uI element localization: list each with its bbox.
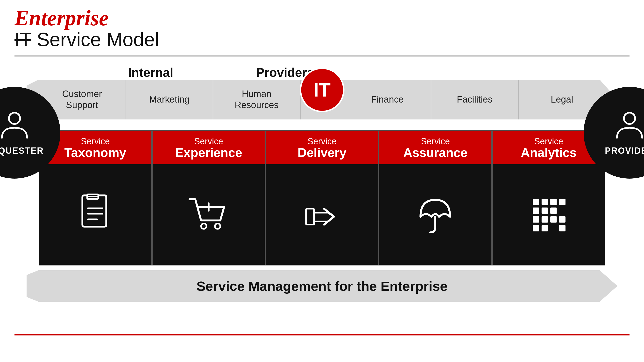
provider-person-icon — [614, 110, 644, 141]
service-taxonomy-body — [39, 164, 151, 265]
service-blocks-row: Service Taxonomy Service Experience — [39, 130, 605, 266]
service-assurance-top: Service — [421, 137, 450, 146]
delivery-icon — [302, 195, 342, 235]
svg-rect-13 — [550, 207, 556, 214]
svg-rect-7 — [533, 199, 539, 205]
it-circle: IT — [300, 67, 344, 112]
page-title: IT Service Model — [14, 29, 159, 50]
cart-icon — [188, 194, 230, 236]
it-strikethrough: IT — [14, 29, 32, 50]
service-experience-block: Service Experience — [152, 130, 265, 266]
svg-rect-20 — [559, 225, 565, 231]
svg-rect-17 — [559, 216, 565, 223]
svg-rect-15 — [542, 216, 548, 223]
requester-label: REQUESTER — [0, 146, 44, 156]
service-delivery-block: Service Delivery — [266, 130, 378, 266]
svg-rect-8 — [542, 199, 548, 205]
dept-facilities: Facilities — [431, 80, 519, 119]
service-delivery-header: Service Delivery — [266, 131, 378, 164]
analytics-icon — [529, 195, 569, 235]
service-management-label: Service Management for the Enterprise — [196, 278, 448, 294]
svg-rect-18 — [533, 225, 539, 231]
service-analytics-bottom: Analytics — [521, 146, 577, 160]
svg-point-0 — [9, 113, 20, 124]
service-analytics-body — [493, 164, 605, 265]
service-assurance-body — [379, 164, 491, 265]
service-delivery-bottom: Delivery — [298, 146, 346, 160]
internal-label: Internal — [128, 65, 174, 80]
service-assurance-block: Service Assurance — [378, 130, 492, 266]
service-model-label: Service Model — [37, 29, 159, 50]
document-icon — [76, 194, 114, 236]
service-delivery-body — [266, 164, 378, 265]
service-taxonomy-bottom: Taxonomy — [64, 146, 126, 160]
svg-rect-16 — [550, 216, 556, 223]
service-assurance-bottom: Assurance — [403, 146, 468, 160]
provider-label: PROVIDER — [605, 146, 644, 156]
svg-rect-12 — [542, 207, 548, 214]
svg-rect-14 — [533, 216, 539, 223]
svg-point-4 — [201, 224, 206, 229]
service-experience-body — [152, 164, 264, 265]
service-experience-top: Service — [194, 137, 223, 146]
enterprise-label: Enterprise — [14, 7, 159, 29]
svg-point-1 — [624, 113, 635, 124]
service-delivery-top: Service — [308, 137, 336, 146]
svg-rect-2 — [82, 195, 106, 226]
service-assurance-header: Service Assurance — [379, 131, 491, 164]
svg-point-5 — [215, 224, 220, 229]
svg-rect-11 — [533, 207, 539, 214]
svg-rect-9 — [550, 199, 556, 205]
service-experience-bottom: Experience — [175, 146, 242, 160]
requester-person-icon — [0, 110, 30, 141]
umbrella-icon — [414, 194, 456, 236]
svg-rect-6 — [306, 209, 314, 224]
service-analytics-top: Service — [534, 137, 563, 146]
dept-finance: Finance — [344, 80, 432, 119]
header: Enterprise IT Service Model — [14, 7, 159, 50]
header-divider — [14, 55, 630, 56]
it-circle-label: IT — [314, 79, 330, 101]
dept-marketing: Marketing — [126, 80, 214, 119]
service-taxonomy-top: Service — [81, 137, 110, 146]
svg-rect-19 — [542, 225, 548, 231]
footer-divider — [14, 334, 630, 336]
svg-rect-10 — [559, 199, 565, 205]
dept-human-resources: HumanResources — [213, 80, 301, 119]
bottom-arrow-bar: Service Management for the Enterprise — [26, 270, 618, 302]
service-experience-header: Service Experience — [152, 131, 264, 164]
